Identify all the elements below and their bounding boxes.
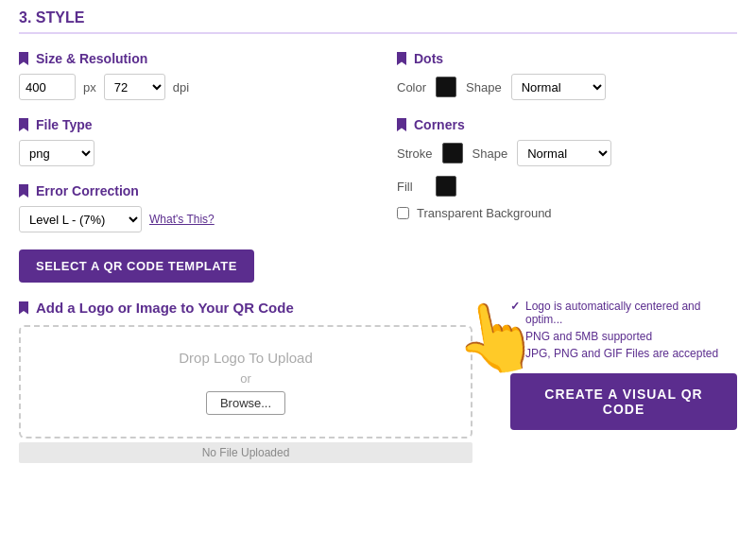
transparent-bg-label: Transparent Background <box>417 206 552 220</box>
dots-shape-label: Shape <box>466 80 502 95</box>
dropzone-or: or <box>240 371 251 386</box>
create-qr-button[interactable]: CREATE A VISUAL QR CODE <box>510 373 737 430</box>
dots-color-swatch[interactable] <box>436 77 456 97</box>
transparent-bg-checkbox[interactable] <box>397 207 409 219</box>
feature-item-3: ✓ JPG, PNG and GIF Files are accepted <box>510 347 737 360</box>
check-icon-3: ✓ <box>510 347 520 360</box>
feature-item-2: ✓ PNG and 5MB supported <box>510 330 737 343</box>
whats-this-link[interactable]: What's This? <box>149 213 215 226</box>
size-input[interactable] <box>19 74 76 100</box>
bookmark-icon-5 <box>397 118 406 131</box>
check-icon-2: ✓ <box>510 330 520 343</box>
feature-text-1: Logo is automatically centered and optim… <box>525 300 737 326</box>
bookmark-icon-4 <box>397 52 406 65</box>
dots-shape-select[interactable]: Normal Rounded Dots Classy <box>511 74 606 100</box>
filetype-select[interactable]: png jpg svg pdf <box>19 140 94 166</box>
feature-text-2: PNG and 5MB supported <box>525 330 652 343</box>
bookmark-icon-2 <box>19 118 28 131</box>
dots-title: Dots <box>397 51 737 66</box>
corners-stroke-swatch[interactable] <box>442 143 463 163</box>
corners-shape-label: Shape <box>472 146 508 161</box>
dots-section: Dots Color Shape Normal Rounded Dots Cla… <box>397 51 737 100</box>
corners-fill-swatch[interactable] <box>436 176 456 197</box>
section-title: 3. STYLE <box>19 9 737 34</box>
dropzone[interactable]: Drop Logo To Upload or Browse... <box>19 325 472 438</box>
error-correction-select[interactable]: Level L - (7%) Level M - (15%) Level Q -… <box>19 206 142 232</box>
file-type-title: File Type <box>19 117 359 132</box>
feature-item-1: ✓ Logo is automatically centered and opt… <box>510 300 737 326</box>
bookmark-icon-6 <box>19 301 28 315</box>
corners-section: Corners Stroke Shape Normal Rounded Dots… <box>397 117 737 220</box>
feature-text-3: JPG, PNG and GIF Files are accepted <box>525 347 718 360</box>
features-list: ✓ Logo is automatically centered and opt… <box>510 300 737 360</box>
right-bottom-section: ✓ Logo is automatically centered and opt… <box>510 300 737 463</box>
px-label: px <box>83 80 96 95</box>
error-correction-section: Error Correction Level L - (7%) Level M … <box>19 183 359 232</box>
add-logo-section: Add a Logo or Image to Your QR Code Drop… <box>19 300 472 463</box>
template-button[interactable]: SELECT A QR CODE TEMPLATE <box>19 249 254 283</box>
size-resolution-section: Size & Resolution px 72 96 150 300 dpi <box>19 51 359 100</box>
corners-fill-label: Fill <box>397 180 413 194</box>
dots-color-label: Color <box>397 80 426 95</box>
browse-button[interactable]: Browse... <box>206 391 285 415</box>
dpi-select[interactable]: 72 96 150 300 <box>104 74 165 100</box>
corners-shape-select[interactable]: Normal Rounded Dots Classy <box>517 140 611 166</box>
bookmark-icon-3 <box>19 184 28 198</box>
add-logo-title: Add a Logo or Image to Your QR Code <box>19 300 472 316</box>
error-correction-title: Error Correction <box>19 183 359 198</box>
corners-title: Corners <box>397 117 737 132</box>
no-file-label: No File Uploaded <box>19 442 472 463</box>
bookmark-icon <box>19 52 28 65</box>
corners-stroke-label: Stroke <box>397 146 433 161</box>
file-type-section: File Type png jpg svg pdf <box>19 117 359 166</box>
size-resolution-title: Size & Resolution <box>19 51 359 66</box>
dpi-label: dpi <box>173 80 189 95</box>
check-icon-1: ✓ <box>510 300 520 313</box>
dropzone-text: Drop Logo To Upload <box>179 350 313 366</box>
